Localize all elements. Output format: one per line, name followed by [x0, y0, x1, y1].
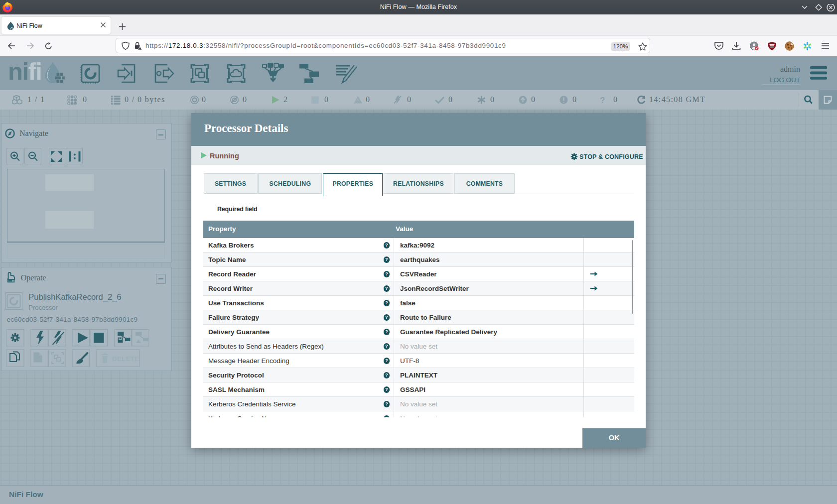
svg-text:DELETE: DELETE: [112, 355, 139, 362]
svg-text:?: ?: [600, 96, 605, 105]
